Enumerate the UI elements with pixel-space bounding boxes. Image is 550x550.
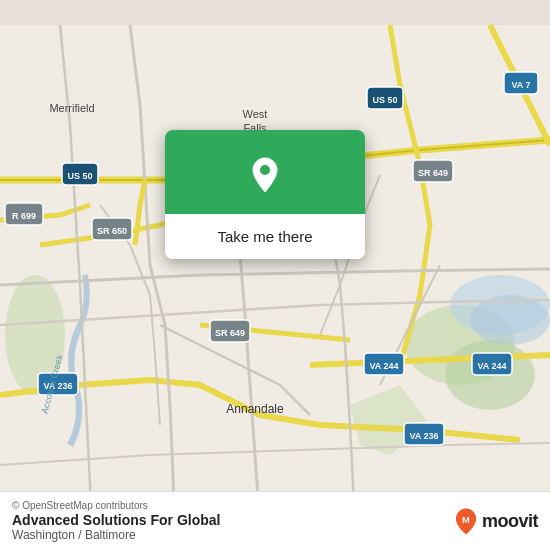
bottom-left: © OpenStreetMap contributors Advanced So… <box>12 500 220 542</box>
osm-credit: © OpenStreetMap contributors <box>12 500 220 511</box>
svg-text:SR 650: SR 650 <box>97 226 127 236</box>
moovit-logo: M moovit <box>452 507 538 535</box>
svg-point-34 <box>260 165 270 175</box>
svg-text:VA 244: VA 244 <box>369 361 398 371</box>
svg-text:Merrifield: Merrifield <box>49 102 94 114</box>
svg-text:West: West <box>243 108 268 120</box>
take-me-there-button[interactable]: Take me there <box>165 214 365 259</box>
svg-text:US 50: US 50 <box>372 95 397 105</box>
moovit-icon-svg: M <box>452 507 480 535</box>
svg-text:VA 7: VA 7 <box>511 80 530 90</box>
svg-point-6 <box>470 295 550 345</box>
svg-text:SR 649: SR 649 <box>418 168 448 178</box>
svg-text:R 699: R 699 <box>12 211 36 221</box>
svg-text:VA 236: VA 236 <box>409 431 438 441</box>
popup-card: Take me there <box>165 130 365 259</box>
svg-text:M: M <box>462 515 470 525</box>
bottom-bar: © OpenStreetMap contributors Advanced So… <box>0 491 550 550</box>
svg-text:US 50: US 50 <box>67 171 92 181</box>
svg-text:VA 244: VA 244 <box>477 361 506 371</box>
svg-text:SR 649: SR 649 <box>215 328 245 338</box>
moovit-text: moovit <box>482 511 538 532</box>
svg-text:Annandale: Annandale <box>226 402 284 416</box>
location-subtitle: Washington / Baltimore <box>12 528 220 542</box>
location-pin-icon <box>243 152 287 196</box>
location-title: Advanced Solutions For Global <box>12 512 220 528</box>
map-container: US 50 US 50 VA 7 SR 649 SR 649 SR 650 R … <box>0 0 550 550</box>
map-background: US 50 US 50 VA 7 SR 649 SR 649 SR 650 R … <box>0 0 550 550</box>
popup-green-area <box>165 130 365 214</box>
